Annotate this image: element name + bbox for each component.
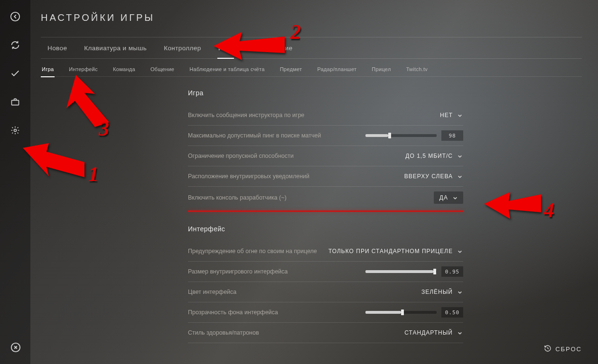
chevron-down-icon — [458, 290, 462, 294]
row-hp-style: Стиль здоровья/патронов СТАНДАРТНЫЙ — [188, 323, 463, 343]
value-instructor: НЕТ — [440, 112, 453, 118]
subtab-team[interactable]: Команда — [112, 62, 136, 77]
annotation-number-4: 4 — [544, 198, 554, 222]
tab-new[interactable]: Новое — [47, 38, 68, 58]
row-hud-color: Цвет интерфейса ЗЕЛЁНЫЙ — [188, 282, 463, 302]
sync-icon[interactable] — [9, 39, 21, 51]
subtab-interface[interactable]: Интерфейс — [68, 62, 99, 77]
history-icon — [544, 345, 551, 354]
chevron-down-icon — [458, 154, 462, 158]
reset-label: СБРОС — [555, 346, 582, 353]
label-ff-warn: Предупреждение об огне по своим на прице… — [188, 247, 317, 255]
dropdown-notif-pos[interactable]: ВВЕРХУ СЛЕВА — [403, 171, 463, 182]
value-hud-color: ЗЕЛЁНЫЙ — [421, 289, 453, 295]
annotation-number-2: 2 — [290, 20, 301, 44]
label-hud-color: Цвет интерфейса — [188, 288, 236, 296]
row-notif-pos: Расположение внутриигровых уведомлений В… — [188, 166, 463, 187]
row-hud-scale: Размер внутриигрового интерфейса 0.95 — [188, 262, 463, 282]
chevron-down-icon — [453, 195, 458, 200]
label-instructor: Включить сообщения инструктора по игре — [188, 111, 304, 119]
svg-marker-7 — [484, 192, 541, 219]
dropdown-instructor[interactable]: НЕТ — [439, 110, 463, 120]
dropdown-ff-warn[interactable]: ТОЛЬКО ПРИ СТАНДАРТНОМ ПРИЦЕЛЕ — [327, 246, 463, 256]
subtab-radar[interactable]: Радар/планшет — [316, 62, 357, 77]
svg-rect-1 — [12, 100, 19, 105]
chevron-down-icon — [458, 113, 462, 118]
tab-keyboard[interactable]: Клавиатура и мышь — [83, 38, 148, 58]
close-icon[interactable] — [9, 341, 22, 354]
dropdown-console[interactable]: ДА — [434, 191, 463, 204]
settings-panel: Игра Включить сообщения инструктора по и… — [188, 84, 463, 343]
value-bandwidth: ДО 1,5 МБИТ/С — [405, 153, 453, 159]
svg-marker-4 — [23, 143, 84, 177]
label-console: Включить консоль разработчика (~) — [188, 193, 287, 202]
subtab-game[interactable]: Игра — [41, 62, 55, 77]
annotation-arrow-2 — [214, 29, 285, 64]
dropdown-hud-color[interactable]: ЗЕЛЁНЫЙ — [420, 287, 463, 297]
label-hp-style: Стиль здоровья/патронов — [188, 328, 259, 337]
annotation-number-1: 1 — [88, 162, 99, 186]
subtab-crosshair[interactable]: Прицел — [371, 62, 392, 77]
value-ff-warn: ТОЛЬКО ПРИ СТАНДАРТНОМ ПРИЦЕЛЕ — [328, 248, 453, 255]
svg-point-2 — [14, 129, 17, 132]
row-ff-warn: Предупреждение об огне по своим на прице… — [188, 241, 463, 262]
svg-marker-5 — [214, 32, 285, 60]
highlight-line — [188, 210, 463, 212]
label-notif-pos: Расположение внутриигровых уведомлений — [188, 172, 309, 181]
label-bandwidth: Ограничение пропускной способности — [188, 152, 294, 160]
row-ping: Максимально допустимый пинг в поиске мат… — [188, 126, 463, 146]
briefcase-icon[interactable] — [9, 96, 21, 108]
chevron-down-icon — [458, 174, 462, 179]
main-tabs: Новое Клавиатура и мышь Контроллер Игра … — [41, 37, 582, 59]
subtab-comm[interactable]: Общение — [150, 62, 175, 77]
label-hud-scale: Размер внутриигрового интерфейса — [188, 267, 288, 276]
annotation-arrow-1 — [23, 143, 84, 183]
gear-icon[interactable] — [9, 124, 21, 136]
reset-button[interactable]: СБРОС — [544, 345, 582, 354]
page-title: НАСТРОЙКИ ИГРЫ — [41, 12, 155, 23]
value-ping: 98 — [441, 130, 463, 141]
slider-ping[interactable] — [365, 134, 437, 137]
value-console: ДА — [439, 194, 448, 201]
value-hp-style: СТАНДАРТНЫЙ — [404, 329, 453, 336]
check-icon[interactable] — [9, 67, 21, 80]
section-title-game: Игра — [188, 89, 463, 97]
svg-point-0 — [11, 12, 19, 21]
row-instructor: Включить сообщения инструктора по игре Н… — [188, 105, 463, 126]
value-hud-scale: 0.95 — [441, 266, 463, 277]
back-icon[interactable] — [9, 10, 21, 23]
section-title-interface: Интерфейс — [188, 225, 463, 233]
chevron-down-icon — [458, 330, 462, 335]
slider-hud-alpha[interactable] — [365, 311, 437, 314]
subtab-twitch[interactable]: Twitch.tv — [405, 62, 429, 77]
chevron-down-icon — [458, 249, 462, 254]
label-hud-alpha: Прозрачность фона интерфейса — [188, 308, 278, 317]
slider-hud-scale[interactable] — [365, 270, 437, 273]
dropdown-bandwidth[interactable]: ДО 1,5 МБИТ/С — [404, 151, 463, 161]
tab-controller[interactable]: Контроллер — [163, 38, 202, 58]
label-ping: Максимально допустимый пинг в поиске мат… — [188, 131, 321, 140]
sub-tabs: Игра Интерфейс Команда Общение Наблюдени… — [41, 62, 582, 77]
dropdown-hp-style[interactable]: СТАНДАРТНЫЙ — [403, 328, 463, 338]
row-hud-alpha: Прозрачность фона интерфейса 0.50 — [188, 302, 463, 323]
annotation-number-3: 3 — [99, 117, 109, 141]
row-console: Включить консоль разработчика (~) ДА — [188, 187, 463, 209]
value-notif-pos: ВВЕРХУ СЛЕВА — [404, 173, 453, 180]
row-bandwidth: Ограничение пропускной способности ДО 1,… — [188, 146, 463, 166]
annotation-arrow-4 — [484, 190, 541, 225]
value-hud-alpha: 0.50 — [441, 307, 463, 318]
